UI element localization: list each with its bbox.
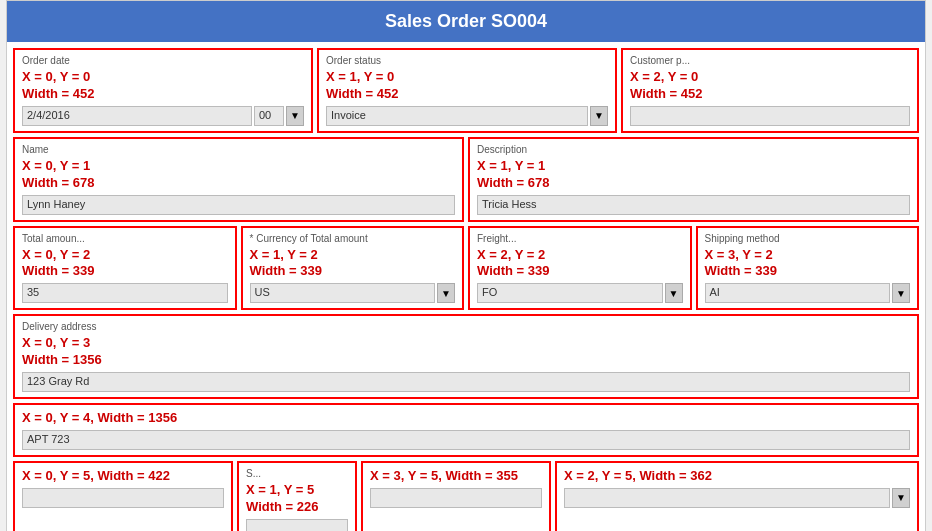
input-0-2[interactable]: [630, 106, 910, 126]
cell-coord-2-1: X = 1, Y = 2 Width = 339: [250, 247, 456, 281]
input-time-0-0[interactable]: 00: [254, 106, 284, 126]
input-5-3[interactable]: [564, 488, 890, 508]
cell-input-5-0: [22, 488, 224, 508]
input-5-2[interactable]: [370, 488, 542, 508]
cell-coord-2-0: X = 0, Y = 2 Width = 339: [22, 247, 228, 281]
input-5-0[interactable]: [22, 488, 224, 508]
cell-label-0-0: Order date: [22, 55, 304, 66]
cell-input-2-3: AI ▼: [705, 283, 911, 303]
input-2-0[interactable]: 35: [22, 283, 228, 303]
row-4: X = 0, Y = 4, Width = 1356 APT 723: [13, 403, 919, 457]
row-1: Name X = 0, Y = 1 Width = 678 Lynn Haney…: [13, 137, 919, 222]
cell-coord-0-0: X = 0, Y = 0 Width = 452: [22, 69, 304, 103]
title-bar: Sales Order SO004: [7, 1, 925, 42]
input-4-0[interactable]: APT 723: [22, 430, 910, 450]
input-0-1[interactable]: Invoice: [326, 106, 588, 126]
cell-coord-0-1: X = 1, Y = 0 Width = 452: [326, 69, 608, 103]
dropdown-2-1[interactable]: ▼: [437, 283, 455, 303]
cell-input-5-1: [246, 519, 348, 531]
cell-coord-4-0: X = 0, Y = 4, Width = 1356: [22, 410, 910, 427]
dropdown-2-2[interactable]: ▼: [665, 283, 683, 303]
input-1-0[interactable]: Lynn Haney: [22, 195, 455, 215]
cell-2-2: Freight... X = 2, Y = 2 Width = 339 FO ▼: [468, 226, 692, 311]
cell-label-2-2: Freight...: [477, 233, 683, 244]
page-title: Sales Order SO004: [385, 11, 547, 31]
cell-coord-2-2: X = 2, Y = 2 Width = 339: [477, 247, 683, 281]
dropdown-0-1[interactable]: ▼: [590, 106, 608, 126]
input-0-0[interactable]: 2/4/2016: [22, 106, 252, 126]
cell-coord-0-2: X = 2, Y = 0 Width = 452: [630, 69, 910, 103]
cell-label-0-1: Order status: [326, 55, 608, 66]
cell-2-0: Total amoun... X = 0, Y = 2 Width = 339 …: [13, 226, 237, 311]
input-2-2[interactable]: FO: [477, 283, 663, 303]
cell-3-0: Delivery address X = 0, Y = 3 Width = 13…: [13, 314, 919, 399]
cell-label-1-0: Name: [22, 144, 455, 155]
cell-label-2-3: Shipping method: [705, 233, 911, 244]
dropdown-0-0[interactable]: ▼: [286, 106, 304, 126]
main-container: Sales Order SO004 Order date X = 0, Y = …: [6, 0, 926, 531]
cell-input-0-2: [630, 106, 910, 126]
cell-1-1: Description X = 1, Y = 1 Width = 678 Tri…: [468, 137, 919, 222]
cell-input-2-2: FO ▼: [477, 283, 683, 303]
input-1-1[interactable]: Tricia Hess: [477, 195, 910, 215]
cell-2-1: * Currency of Total amount X = 1, Y = 2 …: [241, 226, 465, 311]
cell-input-0-0: 2/4/2016 00 ▼: [22, 106, 304, 126]
row-3: Delivery address X = 0, Y = 3 Width = 13…: [13, 314, 919, 399]
row-0: Order date X = 0, Y = 0 Width = 452 2/4/…: [13, 48, 919, 133]
cell-input-4-0: APT 723: [22, 430, 910, 450]
cell-label-2-1: * Currency of Total amount: [250, 233, 456, 244]
cell-5-0: X = 0, Y = 5, Width = 422: [13, 461, 233, 531]
cell-input-0-1: Invoice ▼: [326, 106, 608, 126]
cell-input-1-1: Tricia Hess: [477, 195, 910, 215]
grid-area: Order date X = 0, Y = 0 Width = 452 2/4/…: [7, 42, 925, 531]
cell-5-1: S... X = 1, Y = 5 Width = 226: [237, 461, 357, 531]
cell-0-0: Order date X = 0, Y = 0 Width = 452 2/4/…: [13, 48, 313, 133]
cell-5-2: X = 3, Y = 5, Width = 355: [361, 461, 551, 531]
row-5: X = 0, Y = 5, Width = 422 S... X = 1, Y …: [13, 461, 919, 531]
cell-4-0: X = 0, Y = 4, Width = 1356 APT 723: [13, 403, 919, 457]
cell-coord-2-3: X = 3, Y = 2 Width = 339: [705, 247, 911, 281]
cell-label-0-2: Customer p...: [630, 55, 910, 66]
cell-input-2-1: US ▼: [250, 283, 456, 303]
cell-coord-5-3: X = 2, Y = 5, Width = 362: [564, 468, 910, 485]
cell-input-1-0: Lynn Haney: [22, 195, 455, 215]
row-2: Total amoun... X = 0, Y = 2 Width = 339 …: [13, 226, 919, 311]
cell-input-5-3: ▼: [564, 488, 910, 508]
cell-2-3: Shipping method X = 3, Y = 2 Width = 339…: [696, 226, 920, 311]
cell-coord-3-0: X = 0, Y = 3 Width = 1356: [22, 335, 910, 369]
input-2-3[interactable]: AI: [705, 283, 891, 303]
cell-coord-1-1: X = 1, Y = 1 Width = 678: [477, 158, 910, 192]
cell-coord-5-1: X = 1, Y = 5 Width = 226: [246, 482, 348, 516]
input-2-1[interactable]: US: [250, 283, 436, 303]
cell-5-3: X = 2, Y = 5, Width = 362 ▼: [555, 461, 919, 531]
cell-label-3-0: Delivery address: [22, 321, 910, 332]
dropdown-5-3[interactable]: ▼: [892, 488, 910, 508]
cell-coord-5-0: X = 0, Y = 5, Width = 422: [22, 468, 224, 485]
cell-coord-5-2: X = 3, Y = 5, Width = 355: [370, 468, 542, 485]
cell-input-3-0: 123 Gray Rd: [22, 372, 910, 392]
cell-label-1-1: Description: [477, 144, 910, 155]
input-5-1[interactable]: [246, 519, 348, 531]
cell-0-2: Customer p... X = 2, Y = 0 Width = 452: [621, 48, 919, 133]
input-3-0[interactable]: 123 Gray Rd: [22, 372, 910, 392]
cell-coord-1-0: X = 0, Y = 1 Width = 678: [22, 158, 455, 192]
cell-1-0: Name X = 0, Y = 1 Width = 678 Lynn Haney: [13, 137, 464, 222]
dropdown-2-3[interactable]: ▼: [892, 283, 910, 303]
cell-label-5-1: S...: [246, 468, 348, 479]
cell-label-2-0: Total amoun...: [22, 233, 228, 244]
cell-input-2-0: 35: [22, 283, 228, 303]
cell-0-1: Order status X = 1, Y = 0 Width = 452 In…: [317, 48, 617, 133]
cell-input-5-2: [370, 488, 542, 508]
